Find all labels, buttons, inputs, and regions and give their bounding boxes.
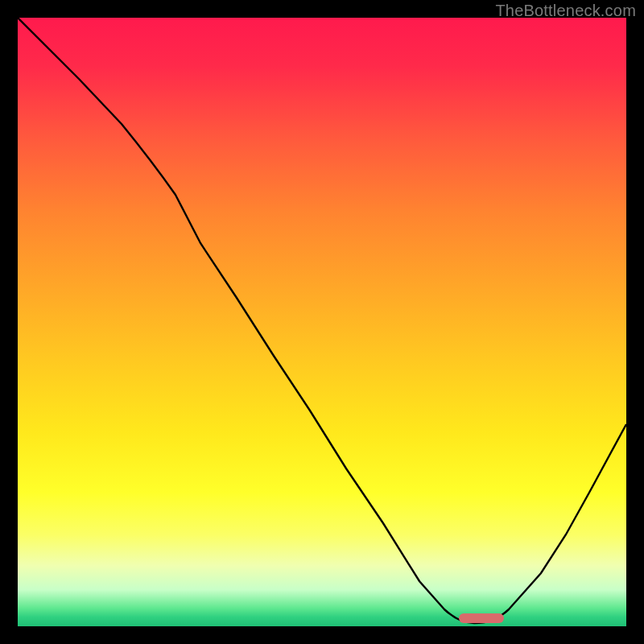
curve-svg (18, 18, 626, 626)
plot-area (18, 18, 626, 626)
bottleneck-curve (18, 18, 626, 623)
optimal-range-marker (459, 613, 504, 623)
chart-frame: TheBottleneck.com (0, 0, 644, 644)
watermark-text: TheBottleneck.com (495, 2, 636, 20)
